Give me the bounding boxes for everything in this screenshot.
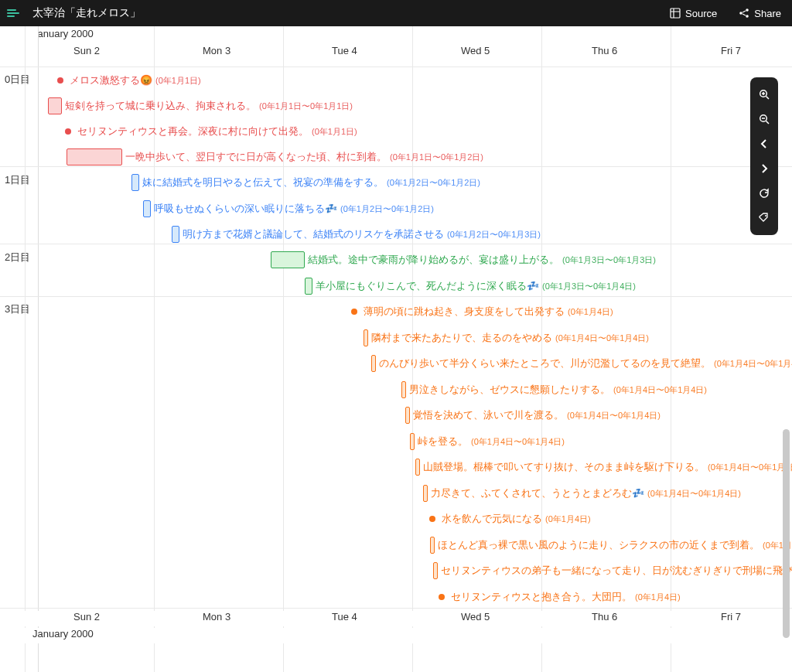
event-dates: (0年1月4日〜0年1月4日)	[613, 384, 707, 396]
event-text: セリヌンティウスの弟子も一緒になって走り、日が沈むぎりぎりで刑場に飛び込む。	[441, 564, 792, 578]
timeline-event[interactable]: 妹に結婚式を明日やると伝えて、祝宴の準備をする。(0年1月2日〜0年1月2日)	[131, 173, 480, 192]
timeline-grid[interactable]: メロス激怒する😡(0年1月1日)短剣を持って城に乗り込み、拘束される。(0年1月…	[39, 26, 792, 672]
event-dates: (0年1月4日)	[568, 306, 613, 318]
event-text: 明け方まで花婿と議論して、結婚式のリスケを承諾させる	[183, 227, 444, 241]
group-label: 1日目	[5, 173, 30, 187]
event-dates: (0年1月4日〜0年1月4日)	[471, 436, 565, 448]
event-bar	[271, 251, 305, 268]
svg-point-3	[746, 15, 749, 18]
event-dates: (0年1月3日〜0年1月4日)	[542, 281, 636, 292]
timeline-event[interactable]: 男泣きしながら、ゼウスに懇願したりする。(0年1月4日〜0年1月4日)	[401, 380, 707, 399]
event-bar	[48, 97, 62, 114]
event-bar	[305, 278, 312, 295]
event-dates: (0年1月4日〜0年1月4日)	[714, 358, 792, 370]
grid-hline	[0, 608, 792, 609]
event-text: 隣村まで来たあたりで、走るのをやめる	[371, 331, 552, 345]
event-dot-icon	[429, 516, 435, 522]
svg-point-2	[739, 12, 742, 15]
timeline-event[interactable]: 短剣を持って城に乗り込み、拘束される。(0年1月1日〜0年1月1日)	[48, 97, 353, 115]
reset-button[interactable]	[750, 181, 778, 206]
event-text: 妹に結婚式を明日やると伝えて、祝宴の準備をする。	[142, 176, 384, 189]
app-title: 太宰治「走れメロス」	[32, 6, 659, 20]
grid-hline	[0, 296, 792, 297]
event-text: 呼吸もせぬくらいの深い眠りに落ちる💤	[154, 202, 337, 216]
event-text: 結婚式。途中で豪雨が降り始めるが、宴は盛り上がる。	[308, 253, 559, 267]
app-topbar: 太宰治「走れメロス」 Source Share	[0, 0, 792, 26]
event-bar	[430, 537, 435, 554]
event-bar	[371, 355, 376, 372]
timeline-event[interactable]: 峠を登る。(0年1月4日〜0年1月4日)	[410, 432, 565, 451]
event-dates: (0年1月4日)	[545, 513, 591, 525]
event-dates: (0年1月4日〜0年1月4日)	[567, 410, 661, 421]
timeline-event[interactable]: 水を飲んで元気になる(0年1月4日)	[428, 510, 591, 528]
vertical-scrollbar[interactable]	[783, 429, 790, 638]
grid-hline	[0, 166, 792, 167]
timeline-event[interactable]: 一晩中歩いて、翌日すでに日が高くなった頃、村に到着。(0年1月1日〜0年1月2日…	[67, 148, 483, 166]
view-toolbox	[750, 77, 778, 235]
svg-point-1	[746, 9, 749, 12]
timeline-event[interactable]: 羊小屋にもぐりこんで、死んだように深く眠る💤(0年1月3日〜0年1月4日)	[305, 277, 636, 295]
event-text: 山賊登場。棍棒で叩いてすり抜け、そのまま峠を駆け下りる。	[423, 460, 705, 474]
zoom-out-button[interactable]	[750, 107, 778, 131]
timeline-event[interactable]: 薄明の頃に跳ね起き、身支度をして出発する(0年1月4日)	[350, 302, 613, 321]
event-text: のんびり歩いて半分くらい来たところで、川が氾濫してるのを見て絶望。	[379, 356, 711, 370]
zoom-in-button[interactable]	[750, 82, 778, 107]
grid-hline	[0, 67, 792, 67]
event-bar	[172, 226, 179, 243]
days-header-bot: Sun 2Mon 3Tue 4Wed 5Thu 6Fri 7	[0, 611, 792, 626]
timeline-event[interactable]: 覚悟を決めて、泳いで川を渡る。(0年1月4日〜0年1月4日)	[405, 406, 661, 425]
timeline-event[interactable]: メロス激怒する😡(0年1月1日)	[56, 71, 201, 90]
event-bar	[364, 329, 368, 346]
event-bar	[143, 200, 151, 217]
timeline-event[interactable]: ほとんど真っ裸で黒い風のように走り、シラクスの市の近くまで到着。(0年1月4日〜…	[430, 536, 792, 554]
month-label-bot: January 2000	[32, 628, 94, 640]
grid-vline	[25, 26, 26, 672]
event-text: 薄明の頃に跳ね起き、身支度をして出発する	[364, 305, 565, 319]
event-bar	[405, 407, 410, 424]
timeline-event[interactable]: 隣村まで来たあたりで、走るのをやめる(0年1月4日〜0年1月4日)	[364, 329, 649, 347]
timeline-event[interactable]: 山賊登場。棍棒で叩いてすり抜け、そのまま峠を駆け下りる。(0年1月4日〜0年1月…	[415, 458, 792, 476]
timeline-event[interactable]: 力尽きて、ふてくされて、うとうとまどろむ💤(0年1月4日〜0年1月4日)	[423, 484, 741, 503]
event-dates: (0年1月4日)	[635, 592, 681, 603]
event-text: 羊小屋にもぐりこんで、死んだように深く眠る💤	[316, 279, 539, 293]
event-bar	[433, 562, 438, 579]
event-dates: (0年1月4日〜0年1月4日)	[555, 333, 649, 344]
share-button[interactable]: Share	[728, 8, 792, 19]
event-text: 水を飲んで元気になる	[442, 512, 542, 526]
event-bar	[131, 174, 139, 191]
event-dot-icon	[65, 128, 71, 135]
timeline-event[interactable]: セリヌンティウスと再会。深夜に村に向けて出発。(0年1月1日)	[63, 122, 357, 141]
scroll-right-button[interactable]	[750, 156, 778, 181]
timeline-event[interactable]: 呼吸もせぬくらいの深い眠りに落ちる💤(0年1月2日〜0年1月2日)	[143, 200, 434, 218]
event-text: ほとんど真っ裸で黒い風のように走り、シラクスの市の近くまで到着。	[438, 538, 760, 552]
group-label: 0日目	[5, 73, 30, 87]
event-text: セリヌンティウスと再会。深夜に村に向けて出発。	[77, 125, 309, 138]
event-text: 男泣きしながら、ゼウスに懇願したりする。	[409, 383, 610, 397]
event-text: 峠を登る。	[418, 435, 468, 449]
day-label: Sun 2	[73, 611, 100, 623]
day-label: Wed 5	[461, 611, 490, 623]
event-text: 一晩中歩いて、翌日すでに日が高くなった頃、村に到着。	[125, 150, 387, 164]
event-bar	[415, 459, 420, 476]
timeline-event[interactable]: セリヌンティウスと抱き合う。大団円。(0年1月4日)	[437, 588, 681, 606]
svg-rect-0	[671, 9, 680, 18]
timeline-event[interactable]: 明け方まで花婿と議論して、結婚式のリスケを承諾させる(0年1月2日〜0年1月3日…	[172, 225, 541, 244]
group-label: 3日目	[5, 302, 30, 316]
svg-point-6	[765, 215, 766, 217]
event-text: 力尽きて、ふてくされて、うとうとまどろむ💤	[431, 486, 644, 500]
month-header-bot: January 2000	[0, 628, 792, 643]
timeline-event[interactable]: 結婚式。途中で豪雨が降り始めるが、宴は盛り上がる。(0年1月3日〜0年1月3日)	[271, 251, 656, 269]
scroll-left-button[interactable]	[750, 131, 778, 156]
timeline-event[interactable]: のんびり歩いて半分くらい来たところで、川が氾濫してるのを見て絶望。(0年1月4日…	[371, 354, 792, 373]
event-bar	[410, 433, 415, 450]
event-dot-icon	[57, 77, 63, 84]
source-button[interactable]: Source	[659, 8, 728, 19]
event-text: メロス激怒する😡	[70, 73, 152, 87]
table-icon	[670, 8, 681, 19]
timeline-event[interactable]: セリヌンティウスの弟子も一緒になって走り、日が沈むぎりぎりで刑場に飛び込む。(0…	[433, 561, 792, 580]
share-label: Share	[754, 8, 781, 19]
day-label: Mon 3	[203, 611, 230, 623]
day-label: Thu 6	[592, 611, 617, 623]
event-dates: (0年1月1日〜0年1月1日)	[259, 101, 353, 112]
tags-button[interactable]	[750, 206, 778, 230]
